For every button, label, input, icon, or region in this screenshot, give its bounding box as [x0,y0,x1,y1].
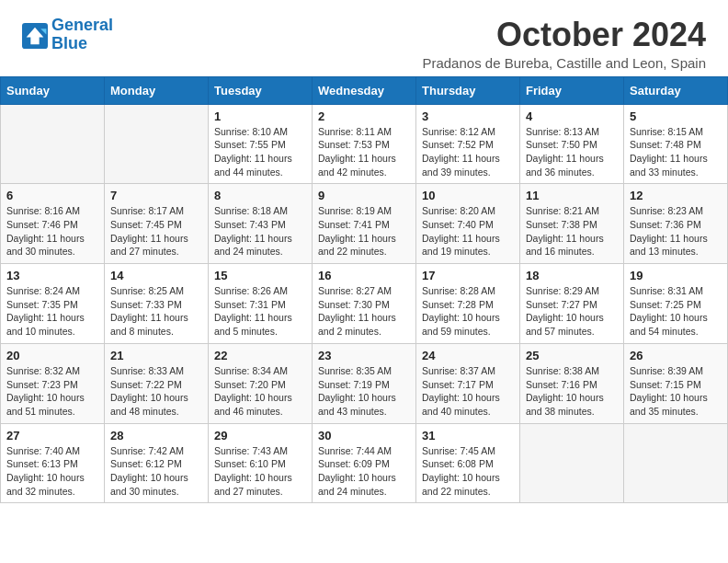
day-info: Sunrise: 8:20 AMSunset: 7:40 PMDaylight:… [422,204,514,259]
calendar-cell: 18Sunrise: 8:29 AMSunset: 7:27 PMDayligh… [520,264,624,344]
calendar-cell: 21Sunrise: 8:33 AMSunset: 7:22 PMDayligh… [105,343,209,423]
calendar-cell: 19Sunrise: 8:31 AMSunset: 7:25 PMDayligh… [624,264,728,344]
day-info: Sunrise: 7:43 AMSunset: 6:10 PMDaylight:… [214,444,306,499]
calendar-cell: 28Sunrise: 7:42 AMSunset: 6:12 PMDayligh… [105,423,209,503]
logo-text: General Blue [51,17,113,53]
day-info: Sunrise: 8:38 AMSunset: 7:16 PMDaylight:… [526,364,618,419]
day-info: Sunrise: 8:11 AMSunset: 7:53 PMDaylight:… [318,125,410,179]
day-number: 18 [526,269,618,282]
day-number: 2 [318,109,410,123]
day-number: 19 [630,269,722,282]
calendar-cell [105,104,209,184]
calendar-cell: 30Sunrise: 7:44 AMSunset: 6:09 PMDayligh… [313,423,416,503]
day-number: 26 [630,349,722,362]
day-number: 21 [110,349,202,362]
logo-line1: General [51,16,113,34]
day-number: 24 [422,349,514,362]
col-header-wednesday: Wednesday [313,76,416,104]
col-header-tuesday: Tuesday [209,76,313,104]
day-number: 31 [422,429,514,442]
day-number: 7 [110,189,202,202]
calendar-table: SundayMondayTuesdayWednesdayThursdayFrid… [0,76,728,504]
day-info: Sunrise: 8:19 AMSunset: 7:41 PMDaylight:… [318,204,410,259]
day-info: Sunrise: 8:32 AMSunset: 7:23 PMDaylight:… [6,364,98,419]
day-number: 16 [318,269,410,282]
calendar-cell: 3Sunrise: 8:12 AMSunset: 7:52 PMDaylight… [416,104,520,184]
general-blue-icon [22,23,48,49]
day-info: Sunrise: 8:29 AMSunset: 7:27 PMDaylight:… [526,284,618,339]
calendar-week-row: 20Sunrise: 8:32 AMSunset: 7:23 PMDayligh… [1,343,728,423]
col-header-thursday: Thursday [416,76,520,104]
day-info: Sunrise: 8:35 AMSunset: 7:19 PMDaylight:… [318,364,410,419]
day-info: Sunrise: 8:24 AMSunset: 7:35 PMDaylight:… [6,284,98,339]
logo-line2: Blue [51,34,87,52]
day-number: 9 [318,189,410,202]
calendar-cell: 23Sunrise: 8:35 AMSunset: 7:19 PMDayligh… [313,343,416,423]
calendar-cell [520,423,624,503]
calendar-cell: 4Sunrise: 8:13 AMSunset: 7:50 PMDaylight… [520,104,624,184]
day-info: Sunrise: 8:15 AMSunset: 7:48 PMDaylight:… [630,125,722,179]
day-number: 8 [214,189,306,202]
day-info: Sunrise: 7:40 AMSunset: 6:13 PMDaylight:… [6,444,98,499]
day-number: 3 [422,109,514,123]
calendar-cell: 9Sunrise: 8:19 AMSunset: 7:41 PMDaylight… [313,184,416,264]
day-info: Sunrise: 8:31 AMSunset: 7:25 PMDaylight:… [630,284,722,339]
col-header-sunday: Sunday [1,76,105,104]
calendar-cell: 11Sunrise: 8:21 AMSunset: 7:38 PMDayligh… [520,184,624,264]
day-info: Sunrise: 8:34 AMSunset: 7:20 PMDaylight:… [214,364,306,419]
day-number: 5 [630,109,722,123]
day-info: Sunrise: 8:21 AMSunset: 7:38 PMDaylight:… [526,204,618,259]
day-number: 20 [6,349,98,362]
title-block: October 2024 Pradanos de Bureba, Castill… [422,17,706,71]
calendar-cell: 5Sunrise: 8:15 AMSunset: 7:48 PMDaylight… [624,104,728,184]
day-info: Sunrise: 8:17 AMSunset: 7:45 PMDaylight:… [110,204,202,259]
day-info: Sunrise: 8:37 AMSunset: 7:17 PMDaylight:… [422,364,514,419]
logo-block: General Blue [22,17,113,53]
calendar-cell: 31Sunrise: 7:45 AMSunset: 6:08 PMDayligh… [416,423,520,503]
day-number: 1 [214,109,306,123]
day-info: Sunrise: 8:25 AMSunset: 7:33 PMDaylight:… [110,284,202,339]
day-info: Sunrise: 8:12 AMSunset: 7:52 PMDaylight:… [422,125,514,179]
calendar-cell [624,423,728,503]
calendar-cell: 1Sunrise: 8:10 AMSunset: 7:55 PMDaylight… [209,104,313,184]
day-number: 27 [6,429,98,442]
calendar-cell: 16Sunrise: 8:27 AMSunset: 7:30 PMDayligh… [313,264,416,344]
calendar-cell [1,104,105,184]
day-number: 15 [214,269,306,282]
calendar-cell: 12Sunrise: 8:23 AMSunset: 7:36 PMDayligh… [624,184,728,264]
day-info: Sunrise: 8:33 AMSunset: 7:22 PMDaylight:… [110,364,202,419]
calendar-cell: 10Sunrise: 8:20 AMSunset: 7:40 PMDayligh… [416,184,520,264]
day-number: 14 [110,269,202,282]
calendar-cell: 22Sunrise: 8:34 AMSunset: 7:20 PMDayligh… [209,343,313,423]
day-number: 28 [110,429,202,442]
location: Pradanos de Bureba, Castille and Leon, S… [422,55,706,71]
day-info: Sunrise: 8:27 AMSunset: 7:30 PMDaylight:… [318,284,410,339]
calendar-cell: 25Sunrise: 8:38 AMSunset: 7:16 PMDayligh… [520,343,624,423]
calendar-cell: 24Sunrise: 8:37 AMSunset: 7:17 PMDayligh… [416,343,520,423]
day-number: 17 [422,269,514,282]
day-number: 29 [214,429,306,442]
day-info: Sunrise: 8:16 AMSunset: 7:46 PMDaylight:… [6,204,98,259]
calendar-cell: 20Sunrise: 8:32 AMSunset: 7:23 PMDayligh… [1,343,105,423]
day-info: Sunrise: 8:39 AMSunset: 7:15 PMDaylight:… [630,364,722,419]
calendar-week-row: 1Sunrise: 8:10 AMSunset: 7:55 PMDaylight… [1,104,728,184]
month-title: October 2024 [422,17,706,53]
day-info: Sunrise: 8:10 AMSunset: 7:55 PMDaylight:… [214,125,306,179]
logo: General Blue [22,17,113,53]
calendar-cell: 8Sunrise: 8:18 AMSunset: 7:43 PMDaylight… [209,184,313,264]
day-info: Sunrise: 7:42 AMSunset: 6:12 PMDaylight:… [110,444,202,499]
col-header-monday: Monday [105,76,209,104]
day-info: Sunrise: 8:18 AMSunset: 7:43 PMDaylight:… [214,204,306,259]
calendar-header-row: SundayMondayTuesdayWednesdayThursdayFrid… [1,76,728,104]
col-header-friday: Friday [520,76,624,104]
col-header-saturday: Saturday [624,76,728,104]
calendar-cell: 27Sunrise: 7:40 AMSunset: 6:13 PMDayligh… [1,423,105,503]
calendar-cell: 2Sunrise: 8:11 AMSunset: 7:53 PMDaylight… [313,104,416,184]
calendar-week-row: 27Sunrise: 7:40 AMSunset: 6:13 PMDayligh… [1,423,728,503]
day-number: 13 [6,269,98,282]
calendar-cell: 17Sunrise: 8:28 AMSunset: 7:28 PMDayligh… [416,264,520,344]
calendar-cell: 26Sunrise: 8:39 AMSunset: 7:15 PMDayligh… [624,343,728,423]
day-number: 4 [526,109,618,123]
day-info: Sunrise: 7:45 AMSunset: 6:08 PMDaylight:… [422,444,514,499]
calendar-cell: 13Sunrise: 8:24 AMSunset: 7:35 PMDayligh… [1,264,105,344]
